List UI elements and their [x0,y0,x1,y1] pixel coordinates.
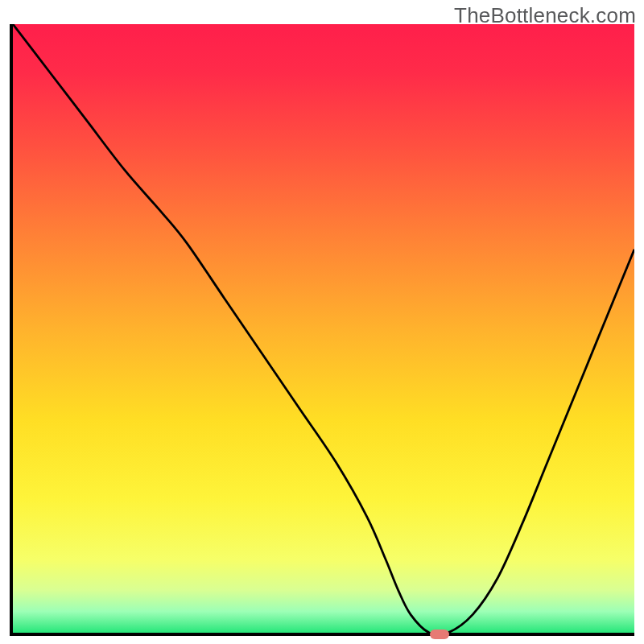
bottleneck-chart: TheBottleneck.com [0,0,644,644]
curve-layer [13,24,634,633]
plot-area [10,24,634,636]
bottleneck-curve-path [13,24,634,633]
optimal-point-marker [430,630,450,639]
